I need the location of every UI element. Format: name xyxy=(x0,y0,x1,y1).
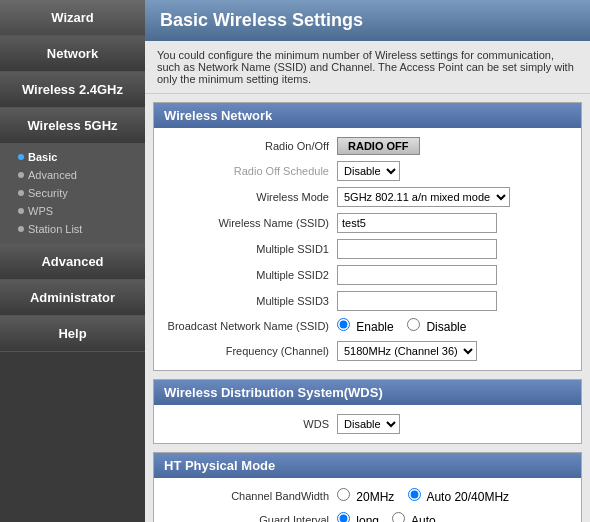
channel-bw-label: Channel BandWidth xyxy=(162,490,337,502)
multiple-ssid3-label: Multiple SSID3 xyxy=(162,295,337,307)
multiple-ssid1-input[interactable] xyxy=(337,239,497,259)
gi-long-text: long xyxy=(356,514,379,522)
broadcast-label: Broadcast Network Name (SSID) xyxy=(162,320,337,332)
gi-auto-text: Auto xyxy=(411,514,436,522)
multiple-ssid2-input[interactable] xyxy=(337,265,497,285)
wds-section: Wireless Distribution System(WDS) WDS Di… xyxy=(153,379,582,444)
sidebar-item-advanced-sub[interactable]: Advanced xyxy=(0,166,145,184)
radio-off-schedule-label: Radio Off Schedule xyxy=(162,165,337,177)
broadcast-disable-text: Disable xyxy=(426,320,466,334)
wireless-mode-row: Wireless Mode 5GHz 802.11 a/n mixed mode xyxy=(158,184,577,210)
sidebar-item-station-list[interactable]: Station List xyxy=(0,220,145,238)
sidebar-item-wps[interactable]: WPS xyxy=(0,202,145,220)
multiple-ssid2-label: Multiple SSID2 xyxy=(162,269,337,281)
wds-row: WDS Disable xyxy=(158,411,577,437)
bw-20mhz-label[interactable]: 20MHz xyxy=(337,490,398,504)
guard-interval-label: Guard Interval xyxy=(162,514,337,522)
channel-bw-row: Channel BandWidth 20MHz Auto 20/40MHz xyxy=(158,484,577,508)
ht-physical-title: HT Physical Mode xyxy=(154,453,581,478)
radio-on-off-control: RADIO OFF xyxy=(337,137,573,155)
multiple-ssid2-control xyxy=(337,265,573,285)
gi-auto-radio[interactable] xyxy=(392,512,405,522)
ht-physical-content: Channel BandWidth 20MHz Auto 20/40MHz G xyxy=(154,478,581,522)
radio-off-schedule-row: Radio Off Schedule Disable xyxy=(158,158,577,184)
gi-long-radio[interactable] xyxy=(337,512,350,522)
sidebar-item-security[interactable]: Security xyxy=(0,184,145,202)
sidebar-item-wireless5[interactable]: Wireless 5GHz xyxy=(0,108,145,144)
bullet-icon xyxy=(18,172,24,178)
multiple-ssid1-control xyxy=(337,239,573,259)
multiple-ssid1-label: Multiple SSID1 xyxy=(162,243,337,255)
broadcast-enable-radio[interactable] xyxy=(337,318,350,331)
multiple-ssid3-row: Multiple SSID3 xyxy=(158,288,577,314)
sidebar-item-help[interactable]: Help xyxy=(0,316,145,352)
radio-on-off-row: Radio On/Off RADIO OFF xyxy=(158,134,577,158)
bw-auto-text: Auto 20/40MHz xyxy=(426,490,509,504)
frequency-label: Frequency (Channel) xyxy=(162,345,337,357)
radio-off-button[interactable]: RADIO OFF xyxy=(337,137,420,155)
page-description: You could configure the minimum number o… xyxy=(145,41,590,94)
wireless-name-input[interactable] xyxy=(337,213,497,233)
sidebar-item-basic[interactable]: Basic xyxy=(0,148,145,166)
radio-on-off-label: Radio On/Off xyxy=(162,140,337,152)
broadcast-enable-label[interactable]: Enable xyxy=(337,320,397,334)
sidebar-item-wireless24[interactable]: Wireless 2.4GHz xyxy=(0,72,145,108)
wireless-mode-control: 5GHz 802.11 a/n mixed mode xyxy=(337,187,573,207)
broadcast-row: Broadcast Network Name (SSID) Enable Dis… xyxy=(158,314,577,338)
channel-bw-control: 20MHz Auto 20/40MHz xyxy=(337,488,573,504)
gi-long-label[interactable]: long xyxy=(337,514,382,522)
sidebar-item-network[interactable]: Network xyxy=(0,36,145,72)
sidebar-item-wizard[interactable]: Wizard xyxy=(0,0,145,36)
bw-20mhz-radio[interactable] xyxy=(337,488,350,501)
wireless-network-section: Wireless Network Radio On/Off RADIO OFF … xyxy=(153,102,582,371)
wireless-mode-label: Wireless Mode xyxy=(162,191,337,203)
wireless-network-title: Wireless Network xyxy=(154,103,581,128)
wds-title: Wireless Distribution System(WDS) xyxy=(154,380,581,405)
radio-off-schedule-select[interactable]: Disable xyxy=(337,161,400,181)
wireless-name-control xyxy=(337,213,573,233)
sidebar-item-administrator[interactable]: Administrator xyxy=(0,280,145,316)
ht-physical-section: HT Physical Mode Channel BandWidth 20MHz… xyxy=(153,452,582,522)
multiple-ssid3-control xyxy=(337,291,573,311)
content-area: Wireless Network Radio On/Off RADIO OFF … xyxy=(145,94,590,522)
multiple-ssid3-input[interactable] xyxy=(337,291,497,311)
bullet-icon xyxy=(18,154,24,160)
bw-auto-radio[interactable] xyxy=(408,488,421,501)
wds-control: Disable xyxy=(337,414,573,434)
bw-20mhz-text: 20MHz xyxy=(356,490,394,504)
sidebar: Wizard Network Wireless 2.4GHz Wireless … xyxy=(0,0,145,522)
radio-off-schedule-control: Disable xyxy=(337,161,573,181)
wireless-name-row: Wireless Name (SSID) xyxy=(158,210,577,236)
main-content: Basic Wireless Settings You could config… xyxy=(145,0,590,522)
bullet-icon xyxy=(18,208,24,214)
wireless-mode-select[interactable]: 5GHz 802.11 a/n mixed mode xyxy=(337,187,510,207)
frequency-select[interactable]: 5180MHz (Channel 36) xyxy=(337,341,477,361)
broadcast-disable-radio[interactable] xyxy=(407,318,420,331)
wireless-network-content: Radio On/Off RADIO OFF Radio Off Schedul… xyxy=(154,128,581,370)
wds-select[interactable]: Disable xyxy=(337,414,400,434)
bw-auto-label[interactable]: Auto 20/40MHz xyxy=(408,490,509,504)
wireless5-submenu: Basic Advanced Security WPS Station List xyxy=(0,144,145,244)
wireless-name-label: Wireless Name (SSID) xyxy=(162,217,337,229)
broadcast-disable-label[interactable]: Disable xyxy=(407,320,466,334)
frequency-control: 5180MHz (Channel 36) xyxy=(337,341,573,361)
bullet-icon xyxy=(18,190,24,196)
sidebar-item-advanced[interactable]: Advanced xyxy=(0,244,145,280)
bullet-icon xyxy=(18,226,24,232)
frequency-row: Frequency (Channel) 5180MHz (Channel 36) xyxy=(158,338,577,364)
multiple-ssid2-row: Multiple SSID2 xyxy=(158,262,577,288)
wds-content: WDS Disable xyxy=(154,405,581,443)
guard-interval-row: Guard Interval long Auto xyxy=(158,508,577,522)
guard-interval-control: long Auto xyxy=(337,512,573,522)
gi-auto-label[interactable]: Auto xyxy=(392,514,435,522)
multiple-ssid1-row: Multiple SSID1 xyxy=(158,236,577,262)
page-title: Basic Wireless Settings xyxy=(145,0,590,41)
wds-label: WDS xyxy=(162,418,337,430)
broadcast-control: Enable Disable xyxy=(337,318,573,334)
broadcast-enable-text: Enable xyxy=(356,320,393,334)
